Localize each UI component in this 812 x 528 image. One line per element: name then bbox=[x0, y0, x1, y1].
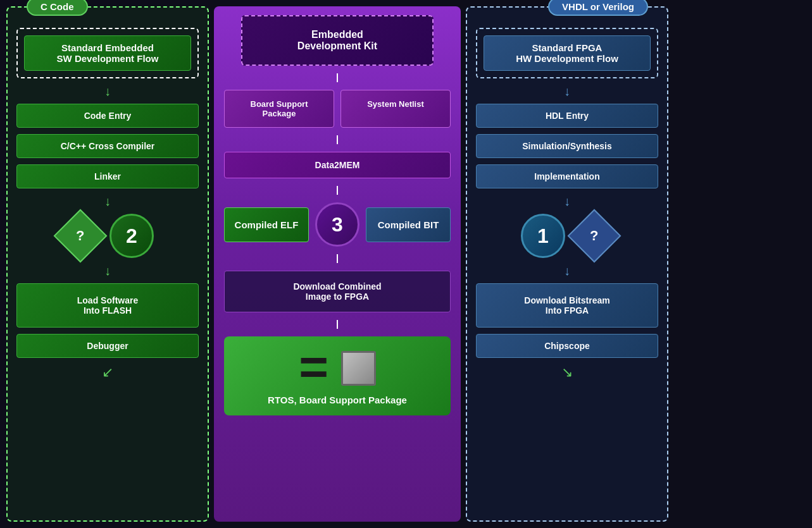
left-curve-arrow: ↙ bbox=[16, 364, 199, 381]
compiled-bit-box: Compiled BIT bbox=[366, 207, 451, 242]
implementation-box: Implementation bbox=[476, 164, 658, 188]
debugger-box: Debugger bbox=[16, 334, 199, 358]
rtos-section: = RTOS, Board Support Package bbox=[224, 336, 451, 415]
bsp-netlist-row: Board SupportPackage System Netlist bbox=[224, 90, 451, 128]
left-panel: C Code Standard EmbeddedSW Development F… bbox=[6, 6, 209, 522]
vhdl-label: VHDL or Verilog bbox=[548, 0, 648, 16]
cc-compiler-box: C/C++ Cross Compiler bbox=[16, 134, 199, 158]
c-code-label: C Code bbox=[27, 0, 88, 16]
rtos-label: RTOS, Board Support Package bbox=[268, 395, 407, 405]
hdl-entry-box: HDL Entry bbox=[476, 104, 658, 128]
download-combined-box: Download CombinedImage to FPGA bbox=[224, 271, 451, 312]
arrow-down-r2: ↓ bbox=[476, 195, 658, 207]
left-top-section: Standard EmbeddedSW Development Flow bbox=[16, 28, 199, 78]
download-bitstream-box: Download BitstreamInto FPGA bbox=[476, 283, 658, 328]
center-panel: EmbeddedDevelopment Kit Board SupportPac… bbox=[214, 6, 461, 522]
arrow-down-2: ↓ bbox=[16, 195, 199, 207]
right-decision-row: 1 ? bbox=[476, 214, 658, 258]
arrow-down-r1: ↓ bbox=[476, 85, 658, 97]
arrow-down-3: ↓ bbox=[16, 264, 199, 277]
right-question-mark: ? bbox=[590, 228, 598, 244]
center-connector-3 bbox=[337, 186, 338, 195]
circle-1: 1 bbox=[521, 214, 565, 258]
center-connector-5 bbox=[337, 320, 338, 329]
right-panel: VHDL or Verilog Standard FPGAHW Developm… bbox=[466, 6, 668, 522]
right-top-section: Standard FPGAHW Development Flow bbox=[476, 28, 658, 78]
system-netlist-box: System Netlist bbox=[340, 90, 451, 128]
right-hw-dev-flow: Standard FPGAHW Development Flow bbox=[484, 35, 651, 71]
right-curve-arrow: ↘ bbox=[476, 364, 658, 381]
left-decision-row: ? 2 bbox=[16, 214, 199, 258]
compiled-elf-box: Compiled ELF bbox=[224, 207, 309, 242]
circle-2: 2 bbox=[109, 214, 154, 258]
chipscope-box: Chipscope bbox=[476, 334, 658, 358]
left-diamond-question: ? bbox=[54, 209, 108, 263]
chip-graphic bbox=[341, 351, 376, 386]
elf-bit-row: Compiled ELF 3 Compiled BIT bbox=[224, 202, 451, 247]
linker-box: Linker bbox=[16, 164, 199, 188]
center-connector-2 bbox=[337, 135, 338, 144]
circle-3: 3 bbox=[315, 202, 359, 247]
arrow-down-1: ↓ bbox=[16, 85, 199, 97]
data2mem-box: Data2MEM bbox=[224, 152, 451, 178]
code-entry-box: Code Entry bbox=[16, 104, 199, 128]
left-sw-dev-flow: Standard EmbeddedSW Development Flow bbox=[24, 35, 191, 71]
equal-sign: = bbox=[299, 347, 328, 387]
board-support-package-box: Board SupportPackage bbox=[224, 90, 334, 128]
left-question-mark: ? bbox=[76, 228, 84, 244]
center-connector-1 bbox=[337, 73, 338, 82]
right-diamond-question: ? bbox=[568, 209, 621, 263]
simulation-box: Simulation/Synthesis bbox=[476, 134, 658, 158]
center-connector-4 bbox=[337, 254, 338, 263]
arrow-down-r3: ↓ bbox=[476, 264, 658, 277]
embedded-dev-kit-box: EmbeddedDevelopment Kit bbox=[241, 15, 434, 66]
main-diagram: C Code Standard EmbeddedSW Development F… bbox=[0, 0, 812, 528]
load-software-box: Load SoftwareInto FLASH bbox=[16, 283, 199, 328]
